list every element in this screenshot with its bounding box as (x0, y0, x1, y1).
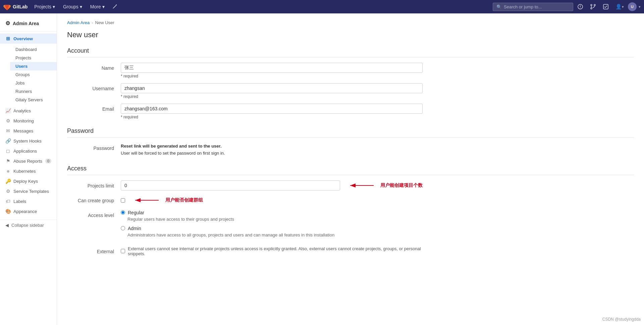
nav-projects[interactable]: Projects ▾ (31, 2, 58, 11)
deploy-keys-icon: 🔑 (5, 178, 11, 184)
gitlab-wordmark: GitLab (13, 4, 28, 9)
sidebar-item-label: Applications (13, 149, 37, 154)
abuse-reports-icon: ⚑ (5, 158, 11, 164)
projects-limit-annotation-text: 用户能创建项目个数 (380, 182, 423, 188)
top-navigation: GitLab Projects ▾ Groups ▾ More ▾ 🔍 Sear… (0, 0, 644, 13)
can-create-group-row: Can create group 用户能否创建群组 (67, 195, 423, 205)
access-level-row: Access level Regular Regular users have … (67, 210, 423, 241)
sidebar-item-monitoring[interactable]: ⚙ Monitoring (0, 116, 57, 126)
nav-more[interactable]: More ▾ (87, 2, 108, 11)
email-field-row: Email required (67, 104, 423, 119)
sidebar-item-analytics[interactable]: 📈 Analytics (0, 106, 57, 116)
projects-limit-annotation-container: 用户能创建项目个数 (347, 180, 423, 191)
sidebar-item-jobs[interactable]: Jobs (10, 79, 57, 87)
sidebar-item-labels[interactable]: 🏷 Labels (0, 196, 57, 206)
sidebar-item-label: Labels (13, 199, 26, 204)
regular-radio[interactable] (121, 210, 125, 215)
sidebar-item-gitaly[interactable]: Gitaly Servers (10, 96, 57, 104)
regular-radio-label: Regular (128, 210, 144, 215)
external-checkbox-row: External users cannot see internal or pr… (121, 246, 423, 256)
username-label: Username (67, 83, 121, 91)
name-input[interactable] (121, 63, 423, 73)
sidebar-item-label: System Hooks (13, 139, 42, 144)
password-section-title: Password (67, 127, 634, 138)
svg-point-5 (591, 8, 592, 9)
can-create-group-checkbox[interactable] (121, 198, 125, 203)
admin-radio-desc: Administrators have access to all groups… (127, 232, 423, 237)
sidebar: ⚙ Admin Area ⊞ Overview Dashboard Projec… (0, 13, 57, 325)
monitoring-icon: ⚙ (5, 118, 11, 123)
svg-point-4 (594, 4, 595, 6)
sidebar-item-users[interactable]: Users (10, 62, 57, 70)
svg-point-3 (591, 4, 592, 6)
sidebar-item-service-templates[interactable]: ⚙ Service Templates (0, 186, 57, 196)
issues-icon-btn[interactable] (575, 2, 586, 11)
user-settings-icon-btn[interactable]: 👤 ▾ (613, 2, 627, 11)
sidebar-item-label: Abuse Reports (13, 159, 42, 164)
email-field-container: required (121, 104, 423, 119)
nav-groups[interactable]: Groups ▾ (60, 2, 86, 11)
sidebar-item-label: Service Templates (13, 189, 49, 194)
password-note-line2: User will be forced to set the password … (121, 151, 225, 156)
name-field-row: Name required (67, 63, 423, 78)
projects-limit-label: Projects limit (67, 180, 121, 188)
chevron-down-icon: ▾ (80, 4, 82, 9)
regular-radio-desc: Regular users have access to their group… (127, 217, 423, 222)
sidebar-item-runners[interactable]: Runners (10, 87, 57, 96)
password-note-container: Reset link will be generated and sent to… (121, 143, 423, 157)
sidebar-item-overview[interactable]: ⊞ Overview (0, 34, 57, 44)
password-note: Reset link will be generated and sent to… (121, 143, 423, 157)
access-level-field-container: Regular Regular users have access to the… (121, 210, 423, 241)
username-input[interactable] (121, 83, 423, 93)
can-create-group-annotation-text: 用户能否创建群组 (165, 197, 203, 203)
sidebar-item-applications[interactable]: ◻ Applications (0, 146, 57, 156)
admin-radio[interactable] (121, 226, 125, 230)
todo-icon-btn[interactable] (600, 2, 611, 11)
email-input[interactable] (121, 104, 423, 114)
avatar[interactable]: U (628, 2, 637, 11)
sidebar-item-groups[interactable]: Groups (10, 70, 57, 79)
merge-request-icon-btn[interactable] (587, 2, 599, 11)
sidebar-item-appearance[interactable]: 🎨 Appearance (0, 206, 57, 216)
search-icon: 🔍 (496, 4, 502, 9)
sidebar-item-messages[interactable]: ✉ Messages (0, 126, 57, 136)
external-desc: External users cannot see internal or pr… (128, 246, 423, 256)
password-note-line1: Reset link will be generated and sent to… (121, 144, 222, 149)
annotation-arrow (347, 180, 377, 191)
password-field-row: Password Reset link will be generated an… (67, 143, 423, 157)
labels-icon: 🏷 (5, 199, 11, 204)
gitlab-logo[interactable]: GitLab (3, 3, 28, 10)
sidebar-item-deploy-keys[interactable]: 🔑 Deploy Keys (0, 176, 57, 186)
sidebar-item-label: Kubernetes (13, 169, 36, 174)
search-placeholder: Search or jump to... (504, 4, 542, 9)
admin-icon: ⚙ (5, 20, 10, 26)
breadcrumb-admin-area[interactable]: Admin Area (67, 20, 90, 25)
sidebar-item-abuse-reports[interactable]: ⚑ Abuse Reports 0 (0, 156, 57, 166)
annotation-arrow-group (132, 195, 162, 205)
sidebar-item-dashboard[interactable]: Dashboard (10, 45, 57, 54)
chevron-down-icon: ▾ (102, 4, 105, 9)
appearance-icon: 🎨 (5, 209, 11, 214)
sidebar-item-kubernetes[interactable]: ⎈ Kubernetes (0, 166, 57, 176)
external-label: External (67, 246, 121, 254)
username-required-hint: required (121, 94, 423, 99)
email-label: Email (67, 104, 121, 112)
sidebar-item-label: Analytics (13, 108, 31, 113)
collapse-sidebar-btn[interactable]: ◀ Collapse sidebar (0, 220, 57, 230)
name-required-hint: required (121, 74, 423, 78)
projects-limit-input[interactable] (121, 180, 340, 191)
search-box[interactable]: 🔍 Search or jump to... (493, 3, 573, 11)
page-title: New user (67, 31, 634, 39)
name-field-container: required (121, 63, 423, 78)
sidebar-item-system-hooks[interactable]: 🔗 System Hooks (0, 136, 57, 146)
username-field-container: required (121, 83, 423, 99)
sidebar-item-projects[interactable]: Projects (10, 54, 57, 62)
sidebar-item-label: Messages (13, 128, 33, 133)
main-layout: ⚙ Admin Area ⊞ Overview Dashboard Projec… (0, 13, 644, 325)
pencil-icon-btn[interactable] (109, 2, 120, 11)
system-hooks-icon: 🔗 (5, 138, 11, 144)
external-checkbox[interactable] (121, 249, 125, 253)
breadcrumb-current: New User (95, 20, 114, 25)
sidebar-sub-overview: Dashboard Projects Users Groups Jobs Run… (0, 44, 57, 106)
kubernetes-icon: ⎈ (5, 168, 11, 174)
